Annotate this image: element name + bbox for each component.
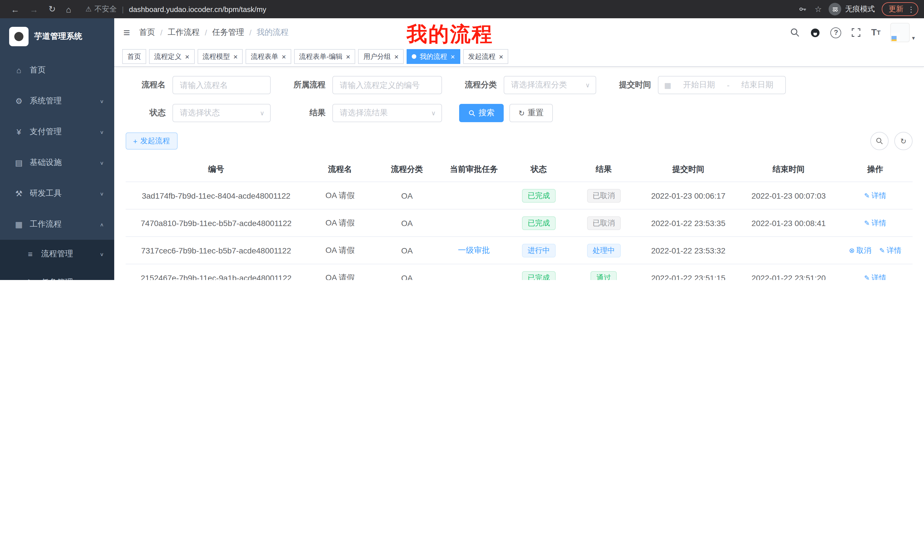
detail-link[interactable]: ✎ 详情 (864, 218, 886, 228)
filter-result: 结果 请选择流结果 ∨ (285, 104, 442, 122)
fullscreen-icon[interactable] (851, 27, 861, 38)
forward-icon[interactable]: → (30, 4, 38, 14)
breadcrumb-item[interactable]: 我的流程 / (257, 27, 289, 38)
cell-current-task: 一级审批 (440, 237, 507, 264)
sidebar-menu: ⌂ 首页 ⚙ 系统管理 ∨ ¥ 支付管理 ∨ (0, 55, 114, 280)
avatar[interactable]: ▾ (890, 23, 915, 42)
result-select[interactable]: 请选择流结果 ∨ (332, 104, 442, 122)
sidebar-item[interactable]: ⌂ 首页 (0, 55, 114, 85)
tab[interactable]: 流程定义 × (149, 49, 195, 64)
cell-category: OA (374, 182, 440, 209)
tab[interactable]: 用户分组 × (358, 49, 404, 64)
column-header-category: 流程分类 (374, 157, 440, 182)
close-icon[interactable]: × (233, 53, 238, 60)
create-process-label: 发起流程 (140, 136, 170, 146)
sidebar-item-label: 任务管理 (41, 277, 100, 280)
category-placeholder: 请选择流程分类 (511, 80, 567, 90)
sidebar-item[interactable]: ¥ 支付管理 ∨ (0, 117, 114, 147)
search-icon (468, 109, 476, 117)
security-label: 不安全 (94, 4, 117, 14)
breadcrumb-item[interactable]: 任务管理 / (212, 27, 257, 38)
sidebar-item[interactable]: ⚑ 任务管理 ∧ (0, 268, 114, 280)
create-process-button[interactable]: + 发起流程 (126, 132, 177, 150)
close-icon[interactable]: × (394, 53, 399, 60)
workflow-icon: ▦ (13, 220, 25, 229)
filter-submit-time: 提交时间 ▦ 开始日期 - 结束日期 (611, 76, 786, 94)
tab[interactable]: 流程表单-编辑 × (294, 49, 356, 64)
breadcrumb-item[interactable]: 工作流程 / (168, 27, 212, 38)
breadcrumb-item[interactable]: 首页 / (139, 27, 168, 38)
column-header-name: 流程名 (307, 157, 374, 182)
address-divider: | (122, 5, 124, 13)
update-button[interactable]: 更新 ⋮ (882, 2, 918, 16)
help-icon[interactable]: ? (831, 27, 842, 38)
search-button-label: 搜索 (478, 108, 495, 118)
screen: ← → ↻ ⌂ ⚠ 不安全 | dashboard.yudao.iocoder.… (0, 0, 924, 280)
sidebar-item-label: 流程管理 (41, 249, 100, 259)
back-icon[interactable]: ← (11, 4, 20, 14)
task-management-icon: ⚑ (24, 278, 36, 280)
incognito-badge: 无痕模式 (829, 3, 875, 15)
payment-icon: ¥ (13, 127, 25, 136)
close-icon[interactable]: × (282, 53, 286, 60)
font-size-icon[interactable]: TT (871, 27, 880, 38)
navbar-actions: ? TT ▾ (790, 23, 915, 42)
key-icon[interactable] (799, 4, 808, 14)
close-icon[interactable]: × (346, 53, 350, 60)
tab[interactable]: 流程模型 × (197, 49, 243, 64)
reload-icon[interactable]: ↻ (48, 4, 56, 14)
update-label: 更新 (889, 4, 903, 14)
sidebar-item[interactable]: ≡ 流程管理 ∨ (0, 240, 114, 268)
browser-chrome: ← → ↻ ⌂ ⚠ 不安全 | dashboard.yudao.iocoder.… (0, 0, 924, 18)
date-range-picker[interactable]: ▦ 开始日期 - 结束日期 (658, 76, 786, 94)
github-icon[interactable] (810, 27, 821, 38)
detail-link[interactable]: ✎ 详情 (864, 273, 886, 280)
table-row: 3ad174fb-7b9d-11ec-8404-acde48001122 OA … (126, 182, 913, 209)
hamburger-icon[interactable]: ≡ (123, 26, 130, 39)
close-icon[interactable]: × (451, 53, 455, 60)
logo-image (9, 27, 28, 46)
search-icon[interactable] (790, 27, 800, 38)
filter-process: 所属流程 (285, 76, 442, 94)
cell-submit-time: 2022-01-22 23:53:32 (637, 237, 739, 264)
sidebar-item[interactable]: ⚒ 研发工具 ∨ (0, 178, 114, 209)
sidebar-item[interactable]: ▤ 基础设施 ∨ (0, 147, 114, 178)
bookmark-star-icon[interactable]: ☆ (814, 4, 822, 14)
browser-menu-icon[interactable]: ⋮ (908, 5, 915, 13)
close-icon[interactable]: × (499, 53, 503, 60)
tab-label: 流程定义 (154, 52, 182, 61)
category-select[interactable]: 请选择流程分类 ∨ (504, 76, 596, 94)
status-badge: 已完成 (522, 216, 556, 230)
process-id-input[interactable] (332, 76, 442, 94)
browser-home-icon[interactable]: ⌂ (66, 4, 71, 14)
cell-submit-time: 2022-01-23 00:06:17 (637, 182, 739, 209)
filter-process-name: 流程名 (126, 76, 271, 94)
detail-link[interactable]: ✎ 详情 (879, 245, 902, 256)
tab[interactable]: 我的流程 × (406, 49, 460, 64)
tab[interactable]: 流程表单 × (246, 49, 291, 64)
address-bar[interactable]: ⚠ 不安全 | dashboard.yudao.iocoder.cn/bpm/t… (76, 4, 792, 14)
edit-icon: ✎ (864, 274, 870, 280)
cell-status: 已完成 (507, 264, 570, 280)
detail-link[interactable]: ✎ 详情 (864, 190, 886, 201)
close-icon[interactable]: × (185, 53, 189, 60)
avatar-image (890, 23, 910, 42)
process-name-input[interactable] (172, 76, 271, 94)
tab-label: 首页 (128, 52, 141, 61)
sidebar-item[interactable]: ▦ 工作流程 ∧ (0, 209, 114, 240)
tab[interactable]: 首页 × (122, 49, 146, 64)
search-button[interactable]: 搜索 (459, 104, 504, 122)
sidebar-item[interactable]: ⚙ 系统管理 ∨ (0, 85, 114, 117)
reset-button[interactable]: ↻ 重置 (509, 104, 553, 122)
refresh-table-button[interactable]: ↻ (894, 132, 913, 150)
chevron-down-icon: ∨ (585, 81, 590, 89)
status-select[interactable]: 请选择状态 ∨ (172, 104, 271, 122)
column-header-end-time: 结束时间 (740, 157, 838, 182)
current-task-link[interactable]: 一级审批 (458, 245, 490, 254)
tab[interactable]: 发起流程 × (463, 49, 508, 64)
breadcrumb-label: 我的流程 (257, 27, 289, 38)
toggle-search-button[interactable] (870, 132, 889, 150)
cancel-link[interactable]: ⊗ 取消 (849, 245, 871, 256)
cell-category: OA (374, 209, 440, 237)
result-label: 结果 (285, 108, 326, 118)
